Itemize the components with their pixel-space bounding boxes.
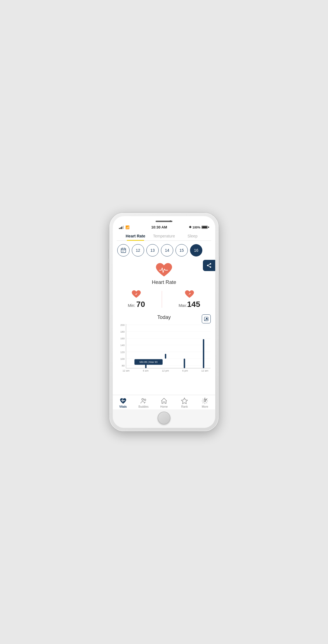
calendar-button[interactable]: [117, 244, 130, 256]
nav-vitals[interactable]: Vitals: [113, 397, 133, 408]
status-left: 📶: [119, 225, 130, 229]
svg-text:80: 80: [122, 364, 125, 367]
share-button[interactable]: [203, 260, 215, 271]
bottom-nav: Vitals Buddies: [113, 395, 215, 409]
date-13[interactable]: 13: [146, 244, 159, 256]
svg-point-43: [142, 398, 144, 400]
min-max-row: ↙ Min: 70 ↗ Max:145: [113, 286, 215, 312]
export-button[interactable]: [202, 314, 211, 323]
svg-point-10: [207, 265, 208, 266]
svg-text:180: 180: [120, 330, 125, 333]
top-bar: 📶 10:30 AM ✱ 100% Heart Rate T: [113, 216, 215, 241]
svg-text:12 am: 12 am: [123, 369, 130, 372]
status-bar: 📶 10:30 AM ✱ 100%: [117, 224, 211, 231]
phone-frame: 📶 10:30 AM ✱ 100% Heart Rate T: [109, 213, 219, 431]
nav-rank[interactable]: Rank: [174, 397, 195, 408]
chart-svg: 200 180 160 140 120 100 80: [116, 323, 212, 373]
home-label: Home: [160, 405, 168, 408]
svg-point-44: [144, 399, 146, 400]
svg-marker-45: [181, 398, 188, 404]
more-icon: [201, 397, 208, 405]
bar-12am-end: [203, 339, 204, 368]
more-label: More: [202, 405, 208, 408]
svg-text:Min:85 | Max 93: Min:85 | Max 93: [140, 361, 158, 363]
notch-area: [117, 218, 211, 224]
chart-title: Today: [157, 314, 171, 320]
svg-text:160: 160: [120, 337, 125, 340]
home-physical-button[interactable]: [158, 412, 170, 424]
bar-12pm: [165, 354, 166, 359]
camera-dot: [170, 220, 171, 222]
svg-point-18: [206, 318, 207, 319]
svg-point-9: [210, 263, 211, 265]
bar-6am: [145, 364, 147, 368]
nav-more[interactable]: More: [195, 397, 215, 408]
svg-text:↗: ↗: [188, 292, 191, 295]
svg-text:12 pm: 12 pm: [162, 369, 169, 372]
date-14[interactable]: 14: [161, 244, 173, 256]
min-item: ↙ Min: 70: [128, 290, 145, 309]
content-area: 12 13 14 15 16: [113, 241, 215, 395]
heart-rate-header: Heart Rate: [113, 260, 215, 286]
home-icon: [160, 397, 168, 405]
svg-line-13: [208, 264, 210, 265]
battery-percent: 100%: [193, 226, 200, 229]
date-12[interactable]: 12: [132, 244, 144, 256]
top-tabs: Heart Rate Temperature Sleep: [117, 231, 211, 241]
max-item: ↗ Max:145: [179, 290, 200, 309]
battery-icon: [202, 226, 209, 229]
home-button-area: [113, 409, 215, 428]
status-right: ✱ 100%: [189, 225, 209, 229]
svg-line-12: [208, 266, 210, 267]
rank-icon: [181, 397, 188, 405]
status-time: 10:30 AM: [151, 225, 167, 229]
tab-sleep[interactable]: Sleep: [178, 231, 207, 241]
date-15[interactable]: 15: [175, 244, 188, 256]
bluetooth-icon: ✱: [189, 225, 191, 229]
phone-screen: 📶 10:30 AM ✱ 100% Heart Rate T: [113, 216, 215, 428]
rank-label: Rank: [181, 405, 188, 408]
date-16[interactable]: 16: [190, 244, 202, 256]
min-label: Min: 70: [128, 300, 145, 309]
buddies-label: Buddies: [139, 405, 149, 408]
svg-point-11: [210, 266, 211, 268]
chart-header: Today: [116, 314, 212, 320]
vitals-icon: [120, 397, 127, 405]
max-label: Max:145: [179, 300, 200, 309]
tab-heart-rate[interactable]: Heart Rate: [121, 231, 150, 241]
svg-text:140: 140: [120, 344, 125, 347]
tab-temperature[interactable]: Temperature: [150, 231, 178, 241]
heart-rate-icon: [155, 262, 173, 278]
signal-bars: [119, 226, 124, 229]
svg-text:6 am: 6 am: [143, 369, 149, 372]
wifi-icon: 📶: [125, 225, 130, 229]
chart-wrapper: 200 180 160 140 120 100 80: [116, 323, 212, 379]
heart-rate-title: Heart Rate: [152, 279, 176, 285]
svg-point-47: [204, 400, 206, 402]
min-max-divider: [162, 291, 162, 308]
vitals-label: Vitals: [119, 405, 127, 408]
svg-text:100: 100: [120, 358, 125, 360]
svg-text:↙: ↙: [135, 292, 137, 295]
buddies-icon: [140, 397, 147, 405]
svg-text:120: 120: [120, 351, 125, 354]
svg-text:6 pm: 6 pm: [182, 369, 188, 372]
date-selector: 12 13 14 15 16: [113, 241, 215, 260]
nav-home[interactable]: Home: [154, 397, 174, 408]
nav-buddies[interactable]: Buddies: [133, 397, 154, 408]
chart-section: Today 200 180: [113, 312, 215, 379]
svg-text:200: 200: [120, 324, 125, 326]
svg-text:12 am: 12 am: [201, 369, 208, 372]
bar-6pm: [184, 359, 185, 368]
